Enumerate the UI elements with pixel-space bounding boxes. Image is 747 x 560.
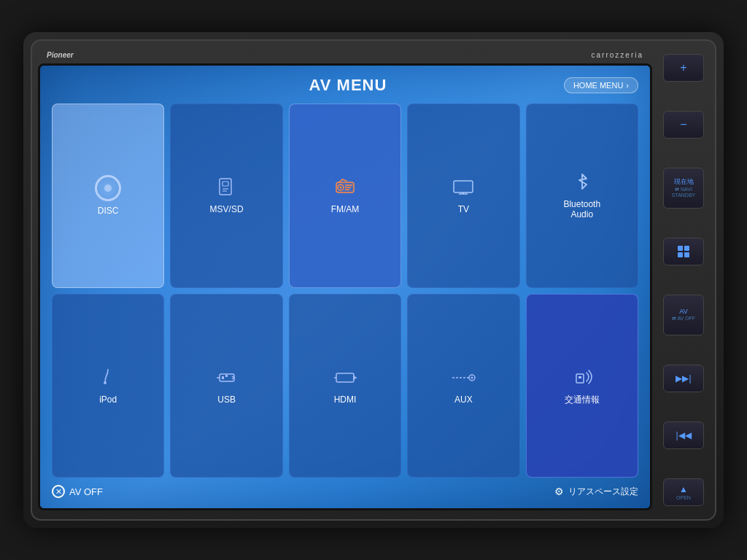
svg-rect-18 (222, 376, 224, 379)
tv-icon (452, 176, 475, 200)
menu-item-hdmi[interactable]: HDMI (289, 294, 401, 478)
msv-label: MSV/SD (210, 204, 244, 214)
home-menu-button[interactable]: HOME MENU › (564, 77, 638, 93)
aux-icon (451, 367, 476, 390)
usb-label: USB (217, 394, 236, 405)
tv-label: TV (458, 204, 469, 214)
menu-item-tv[interactable]: TV (407, 104, 519, 288)
volume-down-button[interactable]: − (663, 111, 704, 139)
menu-item-bluetooth[interactable]: Bluetooth Audio (526, 104, 638, 288)
screen-wrapper: Pioneer carrozzeria AV MENU HOME MENU › (38, 50, 652, 510)
open-label: OPEN (676, 495, 691, 500)
radio-icon (333, 176, 357, 200)
av-off-icon: ✕ (52, 485, 65, 498)
main-screen: AV MENU HOME MENU › (38, 63, 652, 510)
svg-rect-26 (578, 376, 581, 378)
skip-forward-icon: ▶▶| (676, 373, 691, 384)
usb-icon (215, 367, 239, 390)
unit-body: Pioneer carrozzeria AV MENU HOME MENU › (31, 39, 716, 521)
minus-icon: − (680, 118, 686, 131)
navi-standby-label: ⇄ NAVI STANDBY (664, 187, 703, 198)
svg-point-6 (339, 187, 341, 189)
grid-button[interactable] (663, 238, 704, 265)
current-location-label: 現在地 (674, 179, 694, 186)
svg-line-11 (342, 179, 347, 181)
gear-icon: ⚙ (554, 486, 564, 497)
svg-rect-30 (684, 252, 689, 257)
plus-icon: + (680, 61, 686, 74)
aux-label: AUX (454, 394, 473, 405)
svg-rect-27 (678, 246, 683, 251)
svg-point-15 (104, 381, 107, 384)
svg-rect-19 (225, 375, 228, 377)
av-off-button[interactable]: ✕ AV OFF (52, 485, 103, 498)
menu-item-disc[interactable]: DISC (52, 104, 164, 288)
msv-icon (217, 176, 237, 200)
hdmi-icon (333, 367, 357, 390)
open-icon: ▲ (679, 484, 688, 494)
traffic-icon (570, 367, 594, 390)
grid-icon (677, 245, 690, 258)
menu-item-fmam[interactable]: FM/AM (289, 104, 401, 288)
pioneer-brand: Pioneer (47, 51, 74, 59)
skip-back-button[interactable]: |◀◀ (663, 421, 704, 449)
menu-item-traffic[interactable]: 交通情報 (526, 294, 638, 478)
av-off-label: AV OFF (69, 486, 103, 497)
disc-label: DISC (98, 206, 119, 216)
rear-setting-button[interactable]: ⚙ リアスペース設定 (554, 486, 638, 498)
svg-point-24 (471, 376, 473, 378)
svg-rect-0 (220, 179, 231, 195)
disc-icon (95, 175, 121, 201)
hdmi-label: HDMI (334, 394, 357, 405)
svg-rect-20 (336, 373, 354, 382)
bluetooth-label: Bluetooth Audio (563, 199, 600, 220)
screen-title: AV MENU (132, 76, 564, 95)
menu-item-msv[interactable]: MSV/SD (170, 104, 282, 288)
rear-setting-label: リアスペース設定 (568, 486, 638, 498)
svg-rect-28 (684, 246, 689, 251)
ipod-icon (99, 367, 117, 390)
menu-item-usb[interactable]: USB (170, 294, 282, 478)
carrozzeria-brand: carrozzeria (592, 51, 643, 59)
brand-bar: Pioneer carrozzeria (38, 50, 652, 61)
open-button[interactable]: ▲ OPEN (663, 478, 704, 506)
av-off-sub-label: ⇄ AV OFF (672, 316, 695, 322)
volume-up-button[interactable]: + (663, 54, 704, 82)
svg-rect-29 (678, 252, 683, 257)
menu-grid: DISC MSV/SD (52, 104, 638, 478)
ipod-label: iPod (99, 394, 117, 405)
skip-forward-button[interactable]: ▶▶| (663, 365, 704, 392)
side-panel: + − 現在地 ⇄ NAVI STANDBY AV ⇄ AV OFF (658, 50, 709, 510)
av-button[interactable]: AV ⇄ AV OFF (663, 295, 704, 335)
traffic-label: 交通情報 (565, 394, 600, 405)
car-unit: Pioneer carrozzeria AV MENU HOME MENU › (23, 32, 724, 528)
fmam-label: FM/AM (331, 204, 360, 214)
skip-back-icon: |◀◀ (676, 430, 691, 440)
av-label: AV (679, 308, 687, 316)
screen-footer: ✕ AV OFF ⚙ リアスペース設定 (52, 485, 638, 498)
svg-rect-12 (454, 181, 473, 192)
menu-item-ipod[interactable]: iPod (52, 294, 164, 478)
menu-item-aux[interactable]: AUX (407, 294, 519, 478)
svg-rect-1 (222, 182, 228, 186)
current-location-button[interactable]: 現在地 ⇄ NAVI STANDBY (663, 168, 704, 209)
bluetooth-icon (574, 171, 590, 195)
screen-header: AV MENU HOME MENU › (52, 76, 638, 95)
